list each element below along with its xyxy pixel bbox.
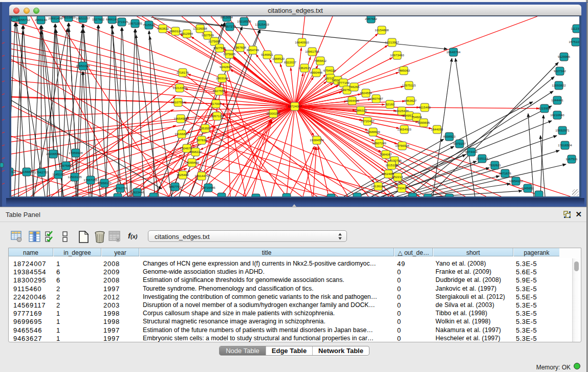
- svg-text:15720407: 15720407: [360, 119, 375, 123]
- svg-text:1588520: 1588520: [272, 57, 285, 60]
- svg-text:12923448: 12923448: [130, 190, 144, 194]
- svg-text:13325419: 13325419: [255, 23, 269, 26]
- svg-text:9227342: 9227342: [554, 69, 567, 73]
- svg-text:13226058: 13226058: [193, 27, 207, 30]
- svg-text:3267130: 3267130: [211, 114, 224, 118]
- svg-text:9146821: 9146821: [261, 53, 274, 56]
- svg-text:6679197: 6679197: [453, 142, 466, 145]
- svg-text:1733426: 1733426: [396, 186, 408, 190]
- svg-text:15692971: 15692971: [555, 128, 570, 132]
- svg-text:1112345: 1112345: [571, 27, 579, 30]
- svg-text:8454749: 8454749: [247, 48, 259, 52]
- svg-text:5498222: 5498222: [189, 150, 202, 154]
- svg-text:8990448: 8990448: [310, 71, 323, 74]
- svg-text:17016504: 17016504: [558, 143, 572, 147]
- svg-text:3215958: 3215958: [538, 106, 551, 110]
- svg-text:1362615: 1362615: [298, 66, 311, 70]
- svg-text:7625402: 7625402: [177, 173, 189, 177]
- svg-text:16640910: 16640910: [295, 40, 309, 44]
- svg-text:9463627: 9463627: [404, 99, 417, 102]
- svg-text:9327505: 9327505: [213, 46, 226, 50]
- svg-text:16782759: 16782759: [113, 186, 127, 190]
- svg-text:3824554: 3824554: [360, 91, 373, 95]
- svg-text:10973493: 10973493: [390, 53, 404, 57]
- svg-text:917004: 917004: [211, 102, 222, 105]
- svg-text:15716485: 15716485: [201, 186, 215, 189]
- svg-text:1244441: 1244441: [551, 98, 564, 102]
- svg-text:8813054: 8813054: [221, 16, 233, 19]
- svg-text:10958107: 10958107: [97, 181, 112, 185]
- svg-text:1644095: 1644095: [431, 127, 444, 131]
- svg-text:12503135: 12503135: [68, 175, 82, 179]
- svg-text:10961758: 10961758: [305, 50, 319, 53]
- svg-text:20364436: 20364436: [345, 99, 359, 102]
- svg-text:19654985: 19654985: [173, 117, 188, 120]
- svg-text:16033809: 16033809: [61, 16, 76, 19]
- svg-text:8938923: 8938923: [443, 135, 456, 138]
- svg-text:8471676: 8471676: [499, 171, 512, 175]
- svg-text:3175685: 3175685: [208, 39, 221, 43]
- svg-text:17942757: 17942757: [34, 170, 49, 174]
- svg-text:19218506: 19218506: [237, 19, 251, 23]
- svg-text:8427552: 8427552: [213, 89, 226, 93]
- svg-text:10975887: 10975887: [59, 164, 73, 167]
- svg-text:7515526: 7515526: [143, 23, 156, 27]
- svg-text:10671355: 10671355: [128, 21, 142, 25]
- svg-text:7485063: 7485063: [398, 69, 410, 72]
- svg-text:252214: 252214: [393, 175, 403, 179]
- svg-text:3915212: 3915212: [11, 170, 16, 173]
- svg-text:12093822: 12093822: [552, 83, 566, 87]
- svg-text:1615112: 1615112: [385, 163, 398, 167]
- svg-text:9084067: 9084067: [380, 152, 393, 156]
- svg-text:19756928: 19756928: [395, 144, 409, 147]
- svg-text:7357274: 7357274: [224, 25, 236, 28]
- svg-text:16210643: 16210643: [550, 113, 564, 117]
- svg-text:2967608: 2967608: [234, 46, 247, 49]
- svg-text:10154808: 10154808: [375, 28, 389, 32]
- svg-text:7663822: 7663822: [157, 27, 169, 30]
- svg-text:754604: 754604: [411, 115, 422, 119]
- svg-text:18300295: 18300295: [266, 112, 280, 115]
- svg-text:1527602: 1527602: [92, 17, 105, 21]
- svg-text:9474444: 9474444: [465, 150, 478, 154]
- svg-text:10807487: 10807487: [369, 97, 383, 100]
- svg-text:2718176: 2718176: [177, 71, 189, 74]
- svg-text:18107554: 18107554: [171, 100, 185, 104]
- svg-text:62160: 62160: [385, 102, 395, 106]
- svg-text:9245652: 9245652: [521, 186, 534, 190]
- svg-text:13654923: 13654923: [397, 127, 411, 131]
- svg-text:2935114: 2935114: [476, 157, 488, 160]
- svg-text:16648764: 16648764: [446, 50, 461, 54]
- svg-text:20206576: 20206576: [46, 152, 60, 156]
- svg-text:9857791: 9857791: [169, 185, 182, 188]
- svg-text:9327509: 9327509: [202, 33, 214, 37]
- svg-text:3375685: 3375685: [223, 52, 236, 56]
- svg-text:10688609: 10688609: [366, 130, 380, 134]
- svg-text:9099695: 9099695: [418, 121, 430, 124]
- svg-text:587834: 587834: [197, 138, 207, 142]
- svg-text:14055712: 14055712: [16, 18, 30, 21]
- svg-text:12213967: 12213967: [385, 40, 399, 44]
- svg-text:16914479: 16914479: [194, 174, 209, 178]
- svg-text:15751074: 15751074: [569, 40, 579, 43]
- svg-text:9242848: 9242848: [220, 65, 232, 69]
- svg-text:12213363: 12213363: [172, 86, 187, 90]
- svg-text:7955812: 7955812: [314, 59, 327, 62]
- svg-text:18907249: 18907249: [372, 141, 386, 145]
- svg-text:8912954: 8912954: [181, 32, 193, 35]
- svg-text:9660124: 9660124: [169, 29, 182, 33]
- svg-text:7632621: 7632621: [489, 163, 502, 167]
- svg-text:7986322: 7986322: [355, 108, 367, 112]
- svg-text:14099489: 14099489: [185, 161, 199, 164]
- svg-text:19166825: 19166825: [175, 132, 189, 136]
- svg-text:1071915: 1071915: [116, 20, 128, 24]
- svg-text:2069140: 2069140: [35, 18, 48, 21]
- svg-text:6794028: 6794028: [323, 69, 336, 72]
- svg-text:20691406: 20691406: [48, 16, 62, 20]
- svg-text:9777169: 9777169: [337, 81, 350, 84]
- svg-text:2803144: 2803144: [216, 76, 229, 80]
- svg-text:14136141: 14136141: [371, 184, 385, 188]
- svg-text:19384554: 19384554: [310, 138, 324, 142]
- svg-text:20053346: 20053346: [76, 64, 90, 68]
- svg-text:12975115: 12975115: [402, 83, 416, 87]
